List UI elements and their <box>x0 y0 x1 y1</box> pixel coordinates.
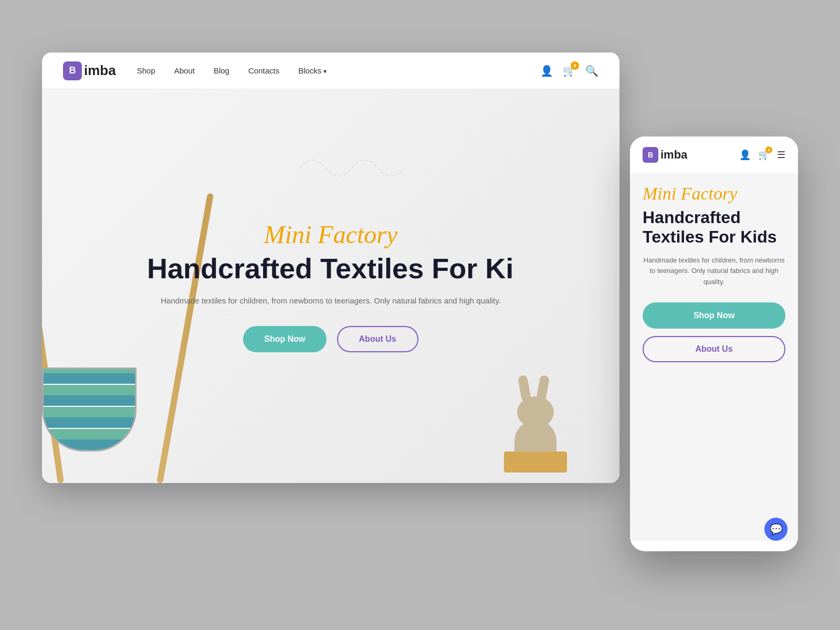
mobile-navbar: B imba 👤 🛒 0 ☰ <box>630 136 798 173</box>
desktop-hero: Mini Factory Handcrafted Textiles For Ki… <box>42 89 620 483</box>
bunny-toy-decoration <box>504 394 567 472</box>
nav-item-blocks[interactable]: Blocks <box>298 66 327 76</box>
mobile-about-us-button[interactable]: About Us <box>643 336 785 362</box>
desktop-hero-buttons: Shop Now About Us <box>147 326 514 352</box>
desktop-shop-now-button[interactable]: Shop Now <box>243 326 326 352</box>
nav-link-contacts[interactable]: Contacts <box>248 66 279 75</box>
mobile-shop-now-button[interactable]: Shop Now <box>643 302 785 329</box>
desktop-nav-icons: 👤 🛒 0 🔍 <box>540 65 598 77</box>
nav-link-shop[interactable]: Shop <box>137 66 155 75</box>
desktop-navbar: B imba Shop About Blog Contacts Blocks <box>42 52 620 89</box>
cart-badge: 0 <box>571 61 579 70</box>
basket-pattern <box>44 369 135 450</box>
bunny-chair <box>504 452 567 472</box>
nav-link-about[interactable]: About <box>174 66 195 75</box>
mobile-nav-icons: 👤 🛒 0 ☰ <box>739 149 785 161</box>
mobile-hero-title: Handcrafted Textiles For Kids <box>643 208 785 247</box>
desktop-nav-links: Shop About Blog Contacts Blocks <box>137 66 519 76</box>
desktop-about-us-button[interactable]: About Us <box>337 326 418 352</box>
mobile-cart-icon[interactable]: 🛒 0 <box>758 149 770 161</box>
nav-link-blog[interactable]: Blog <box>214 66 229 75</box>
desktop-hero-subtitle: Mini Factory <box>147 220 514 249</box>
mobile-hero-description: Handmade textiles for children, from new… <box>643 255 785 288</box>
swing-basket <box>42 368 136 452</box>
search-icon[interactable]: 🔍 <box>585 65 598 77</box>
squiggle-decoration <box>299 152 404 184</box>
cart-icon[interactable]: 🛒 0 <box>563 65 576 77</box>
desktop-hero-description: Handmade textiles for children, from new… <box>147 295 514 307</box>
desktop-hero-content: Mini Factory Handcrafted Textiles For Ki… <box>147 220 514 352</box>
mobile-hero-subtitle: Mini Factory <box>643 184 785 204</box>
scene: B imba Shop About Blog Contacts Blocks <box>42 52 798 578</box>
desktop-logo[interactable]: B imba <box>63 61 116 80</box>
nav-link-blocks[interactable]: Blocks <box>298 66 327 75</box>
nav-item-about[interactable]: About <box>174 66 195 76</box>
nav-item-shop[interactable]: Shop <box>137 66 155 76</box>
chat-bubble-button[interactable]: 💬 <box>764 518 788 541</box>
mobile-card: B imba 👤 🛒 0 ☰ Mini Factory Handcrafted … <box>630 136 798 551</box>
mobile-logo[interactable]: B imba <box>643 147 687 163</box>
nav-item-contacts[interactable]: Contacts <box>248 66 279 76</box>
mobile-hero: Mini Factory Handcrafted Textiles For Ki… <box>630 173 798 541</box>
mobile-menu-icon[interactable]: ☰ <box>777 149 785 161</box>
mobile-logo-icon: B <box>643 147 658 163</box>
desktop-card: B imba Shop About Blog Contacts Blocks <box>42 52 620 483</box>
mobile-cart-badge: 0 <box>765 146 772 153</box>
user-icon[interactable]: 👤 <box>540 65 553 77</box>
mobile-user-icon[interactable]: 👤 <box>739 149 751 161</box>
desktop-hero-title: Handcrafted Textiles For Kids <box>147 253 514 284</box>
logo-icon: B <box>63 61 82 80</box>
nav-item-blog[interactable]: Blog <box>214 66 229 76</box>
